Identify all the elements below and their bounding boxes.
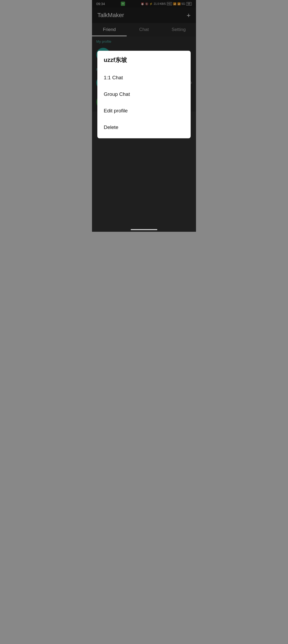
screen: 09:34 ✉ ⏰ 🔇 ⚡ 21.0 KB/S HD 📶 📶 5G 98 Tal…: [92, 0, 196, 232]
context-menu: uzzf东坡 1:1 Chat Group Chat Edit profile …: [97, 51, 191, 138]
home-indicator: [131, 229, 157, 230]
context-menu-item-group-chat[interactable]: Group Chat: [97, 86, 191, 103]
context-menu-title: uzzf东坡: [97, 56, 191, 69]
context-menu-item-delete[interactable]: Delete: [97, 119, 191, 136]
context-menu-item-one-on-one-chat[interactable]: 1:1 Chat: [97, 69, 191, 86]
context-menu-item-edit-profile[interactable]: Edit profile: [97, 103, 191, 119]
